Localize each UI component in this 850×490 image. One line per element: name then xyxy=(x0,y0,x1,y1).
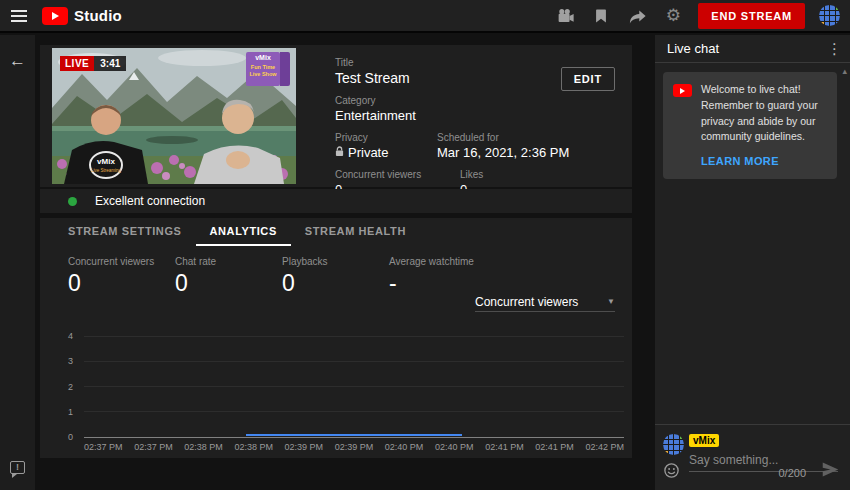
top-bar-actions: ⚙ END STREAM xyxy=(554,3,850,29)
scheduled-time: Mar 16, 2021, 2:36 PM xyxy=(437,145,569,160)
chat-input-area: vMix 0/200 xyxy=(655,424,850,490)
elapsed-time-badge: 3:41 xyxy=(94,56,126,71)
dropdown-caret-icon: ▼ xyxy=(607,297,615,306)
live-chat-panel: Live chat ⋮ ▴ Welcome to live chat! Reme… xyxy=(655,35,850,490)
live-badges: LIVE 3:41 xyxy=(60,56,126,71)
vmix-show-logo: vMix Fun Time Live Show xyxy=(246,52,292,86)
username-badge: vMix xyxy=(689,434,719,447)
metric-average-watchtime: Average watchtime - xyxy=(389,256,496,297)
likes-label: Likes xyxy=(460,169,483,180)
chart-plot: 01234 xyxy=(68,336,624,437)
feedback-icon[interactable]: ! xyxy=(10,461,25,474)
scroll-up-icon[interactable]: ▴ xyxy=(842,66,847,76)
live-badge: LIVE xyxy=(60,56,94,71)
kebab-menu-icon[interactable]: ⋮ xyxy=(827,41,842,56)
stream-preview[interactable]: vMix Live Streaming LIVE 3:41 vMix Fun T… xyxy=(52,48,296,184)
youtube-logo-icon xyxy=(42,7,68,25)
chat-message-input[interactable] xyxy=(689,451,838,472)
connection-dot xyxy=(68,197,77,206)
studio-brand[interactable]: Studio xyxy=(42,7,122,25)
metric-selector-dropdown[interactable]: Concurrent viewers ▼ xyxy=(475,292,615,312)
youtube-logo-icon xyxy=(673,84,692,97)
live-chat-header: Live chat ⋮ xyxy=(655,35,850,63)
bookmark-icon[interactable] xyxy=(590,5,612,27)
left-rail: ← ! xyxy=(0,35,35,490)
edit-button[interactable]: EDIT xyxy=(561,67,615,91)
connection-status: Excellent connection xyxy=(95,194,205,208)
chat-messages-area[interactable]: ▴ Welcome to live chat! Remember to guar… xyxy=(655,64,850,424)
stream-info-card: vMix Live Streaming LIVE 3:41 vMix Fun T… xyxy=(40,45,632,187)
live-chat-title: Live chat xyxy=(667,41,719,56)
svg-text:vMix: vMix xyxy=(97,157,115,166)
metric-playbacks: Playbacks 0 xyxy=(282,256,389,297)
metric-chat-rate: Chat rate 0 xyxy=(175,256,282,297)
tab-stream-health[interactable]: STREAM HEALTH xyxy=(291,218,420,246)
tab-bar: STREAM SETTINGS ANALYTICS STREAM HEALTH xyxy=(40,218,632,246)
stream-title: Test Stream xyxy=(335,70,569,86)
share-icon[interactable] xyxy=(626,5,648,27)
chart-x-labels: 02:37 PM02:37 PM02:38 PM02:38 PM02:39 PM… xyxy=(84,442,624,452)
connection-status-bar: Excellent connection xyxy=(40,189,632,213)
emoji-icon[interactable] xyxy=(663,462,680,483)
privacy-label: Privacy xyxy=(335,132,437,143)
back-arrow-icon[interactable]: ← xyxy=(0,51,35,71)
title-label: Title xyxy=(335,57,569,68)
top-bar: Studio ⚙ END STREAM xyxy=(0,0,850,33)
metrics-row: Concurrent viewers 0 Chat rate 0 Playbac… xyxy=(68,256,496,297)
tab-analytics[interactable]: ANALYTICS xyxy=(196,218,291,246)
welcome-message-text: Welcome to live chat! Remember to guard … xyxy=(701,82,827,145)
stream-category: Entertainment xyxy=(335,108,569,123)
category-label: Category xyxy=(335,95,569,106)
send-icon[interactable] xyxy=(821,460,840,483)
brand-name: Studio xyxy=(74,7,122,24)
analytics-card: STREAM SETTINGS ANALYTICS STREAM HEALTH … xyxy=(40,218,632,458)
chart-line xyxy=(84,334,624,435)
welcome-message-card: Welcome to live chat! Remember to guard … xyxy=(663,72,837,179)
scheduled-label: Scheduled for xyxy=(437,132,569,143)
svg-text:Live Streaming: Live Streaming xyxy=(91,168,122,173)
learn-more-link[interactable]: LEARN MORE xyxy=(701,155,827,167)
youtube-studio-live-dashboard: Studio ⚙ END STREAM ← ! xyxy=(0,0,850,490)
viewers-label: Concurrent viewers xyxy=(335,169,460,180)
concurrent-viewers-chart: 01234 02:37 PM02:37 PM02:38 PM02:38 PM02… xyxy=(68,326,624,452)
char-counter: 0/200 xyxy=(778,467,806,479)
metric-concurrent-viewers: Concurrent viewers 0 xyxy=(68,256,175,297)
tab-stream-settings[interactable]: STREAM SETTINGS xyxy=(54,218,196,246)
hamburger-menu-icon[interactable] xyxy=(0,0,38,32)
video-camera-icon[interactable] xyxy=(554,5,576,27)
end-stream-button[interactable]: END STREAM xyxy=(698,3,805,29)
channel-avatar[interactable] xyxy=(819,5,840,26)
stream-privacy: Private xyxy=(348,145,388,160)
channel-avatar xyxy=(663,434,684,455)
gear-icon[interactable]: ⚙ xyxy=(662,5,684,27)
stream-metadata: Title Test Stream Category Entertainment… xyxy=(335,57,569,197)
lock-icon xyxy=(335,145,344,160)
metric-selector-value: Concurrent viewers xyxy=(475,295,578,309)
